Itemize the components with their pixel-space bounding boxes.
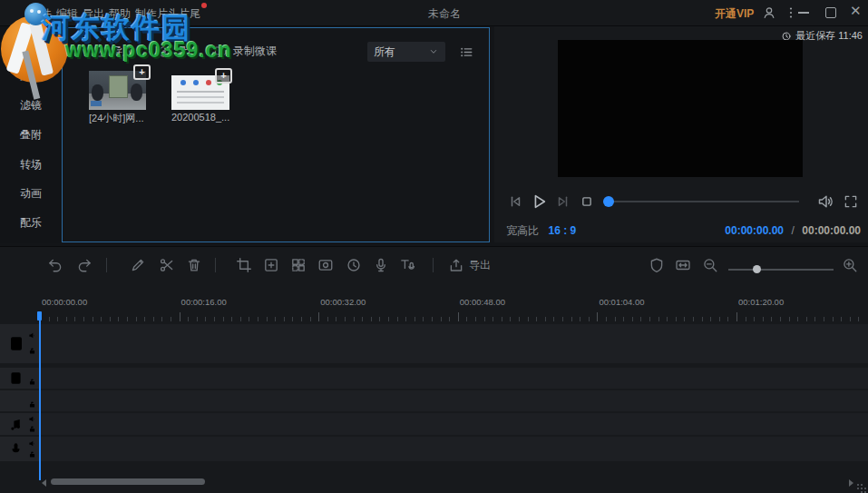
pip-track-header[interactable] [0,368,40,389]
resize-grip[interactable] [857,484,859,486]
import-icon [92,44,106,59]
ruler-label: 00:00:32.00 [320,297,366,307]
playhead-line[interactable] [39,312,41,480]
sidebar: 文字 滤镜 叠附 转场 动画 配乐 [0,26,62,243]
edit-icon[interactable] [130,257,146,273]
voiceover-icon[interactable] [373,257,389,273]
stop-button[interactable] [579,193,595,210]
ruler-label: 00:01:04.00 [599,297,644,307]
zoom-in-icon[interactable] [842,257,858,273]
scroll-left-arrow[interactable] [42,479,46,487]
sidebar-item-animation[interactable]: 动画 [0,186,62,202]
seek-handle[interactable] [603,196,614,207]
redo-icon[interactable] [76,257,93,273]
preview-panel: 最近保存 11:46 宽高比 16 : 9 00:00:00.00 / 00:0… [494,26,868,242]
split-icon[interactable] [159,257,175,273]
ruler-label: 00:00:16.00 [181,297,227,307]
sidebar-item-text[interactable]: 文字 [0,68,62,84]
video-editor-window: 文件 编辑 导出 帮助 制作片头片尾 未命名 开通VIP ✕ 文字 滤镜 叠附 … [0,0,868,493]
sidebar-item-filters[interactable]: 滤镜 [0,98,62,113]
scrollbar-thumb[interactable] [51,478,205,485]
freeze-frame-icon[interactable] [317,257,334,273]
mute-track-icon[interactable] [28,439,36,448]
timecode: 00:00:00.00 / 00:00:00.00 [725,222,861,238]
timeline-scrollbar[interactable] [0,478,868,488]
next-frame-button[interactable] [554,192,572,211]
timeline-zoom-handle[interactable] [753,265,761,273]
add-to-timeline-button[interactable]: + [133,64,151,80]
record-icon [157,44,171,59]
zoom-out-icon[interactable] [702,257,718,273]
previous-frame-button[interactable] [506,192,524,211]
list-view-icon[interactable] [459,44,474,60]
record-button[interactable]: 录制 [157,44,199,59]
close-button[interactable]: ✕ [850,3,862,19]
media-filter-dropdown[interactable]: 所有 [367,42,445,62]
undo-icon[interactable] [47,257,63,273]
sidebar-item-transitions[interactable]: 转场 [0,157,62,173]
lock-track-icon[interactable] [28,450,36,458]
mute-track-icon[interactable] [28,415,36,423]
fullscreen-icon[interactable] [843,193,859,210]
import-label: 导入 [112,44,133,59]
chevron-down-icon [428,46,439,57]
sidebar-item-overlays[interactable]: 叠附 [0,127,62,143]
add-to-timeline-button[interactable]: + [215,68,232,84]
timeline-zoom-slider[interactable] [728,269,834,271]
play-button[interactable] [529,192,549,212]
zoom-clip-icon[interactable] [263,257,279,273]
toolbar-divider [215,258,216,272]
anchor-left [92,84,103,101]
text-track-lane[interactable] [40,390,868,411]
lock-track-icon[interactable] [28,347,36,355]
aspect-ratio-value: 16 : 9 [548,224,576,237]
aspect-ratio-label: 宽高比 [506,224,539,237]
menu-intro-outro[interactable]: 制作片头片尾 [135,6,200,22]
more-menu-icon[interactable] [784,5,798,20]
lock-track-icon[interactable] [28,425,36,433]
mute-track-icon[interactable] [28,331,36,340]
scroll-right-arrow[interactable] [849,479,853,487]
total-duration: 00:00:00.00 [802,224,861,237]
timeline-ruler-ticks[interactable] [0,311,868,321]
sidebar-item-music[interactable]: 配乐 [0,215,62,231]
video-track-lane[interactable] [40,324,868,363]
current-time: 00:00:00.00 [725,224,784,237]
speed-icon[interactable] [346,257,362,273]
magnet-snap-icon[interactable] [649,257,665,273]
media-item-name: 20200518_... [171,112,229,123]
menu-export[interactable]: 导出 [83,6,104,22]
maximize-button[interactable] [825,7,836,18]
minimize-button[interactable] [798,12,809,14]
menu-help[interactable]: 帮助 [109,6,131,22]
import-button[interactable]: 导入 [92,44,133,59]
text-track-header[interactable] [0,390,40,411]
pip-track-lane[interactable] [40,368,868,389]
menu-file[interactable]: 文件 [30,6,52,22]
mosaic-icon[interactable] [290,257,307,273]
media-filter-value: 所有 [374,44,395,60]
text-to-speech-icon[interactable] [399,257,415,273]
lock-track-icon[interactable] [28,378,36,386]
export-icon [448,257,464,273]
new-feature-badge [201,3,207,8]
seek-bar[interactable] [603,201,799,202]
delete-icon[interactable] [186,257,202,273]
lock-track-icon[interactable] [28,400,36,409]
crop-icon[interactable] [236,257,252,273]
volume-icon[interactable] [816,192,834,211]
voiceover-track-header[interactable] [0,437,40,461]
fit-timeline-icon[interactable] [675,257,691,273]
music-track-lane[interactable] [40,413,868,435]
voiceover-track-lane[interactable] [40,437,868,461]
record-screen-button[interactable]: 录制微课 [213,44,277,59]
account-icon[interactable] [762,5,776,20]
video-track-header[interactable] [0,324,40,363]
menu-edit[interactable]: 编辑 [56,6,78,22]
music-track-header[interactable] [0,413,40,435]
aspect-ratio[interactable]: 宽高比 16 : 9 [506,222,576,239]
export-button[interactable]: 导出 [448,257,491,273]
live-tag [91,101,102,106]
vip-button[interactable]: 开通VIP [715,6,754,22]
anchor-right [131,84,142,101]
